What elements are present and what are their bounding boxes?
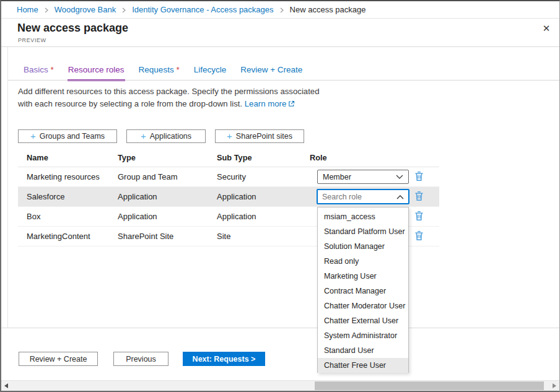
- required-asterisk: *: [176, 65, 179, 74]
- role-search-combobox[interactable]: [317, 189, 409, 204]
- add-groups-and-teams-button[interactable]: + Groups and Teams: [18, 129, 117, 143]
- breadcrumb-chevron-icon: [121, 7, 127, 14]
- role-option[interactable]: Chatter Moderator User: [318, 298, 408, 313]
- resource-name: MarketingContent: [18, 232, 118, 241]
- role-option[interactable]: Chatter External User: [318, 313, 408, 328]
- chevron-up-icon: [396, 192, 404, 201]
- resource-type: Group and Team: [118, 172, 217, 181]
- role-option[interactable]: Marketing User: [318, 269, 408, 284]
- breadcrumb: Home Woodgrove Bank Identity Governance …: [1, 1, 559, 19]
- role-option-highlighted[interactable]: Chatter Free User: [318, 358, 408, 373]
- trash-icon: [414, 171, 424, 183]
- plus-icon: +: [141, 131, 146, 141]
- resource-type: Application: [118, 192, 217, 201]
- table-header-row: Name Type Sub Type Role: [18, 149, 439, 167]
- resource-sub-type: Security: [217, 172, 310, 181]
- scrollbar-thumb[interactable]: [315, 381, 544, 390]
- delete-resource-button[interactable]: [413, 172, 424, 183]
- required-asterisk: *: [51, 65, 54, 74]
- footer-divider: [1, 328, 559, 328]
- resource-name: Box: [18, 212, 118, 221]
- trash-icon: [414, 191, 424, 203]
- tab-requests[interactable]: Requests *: [138, 63, 180, 79]
- role-select-member[interactable]: Member: [317, 170, 409, 184]
- role-option[interactable]: Solution Manager: [318, 239, 408, 254]
- column-header-name: Name: [18, 153, 118, 162]
- blade-left-edge: [7, 47, 8, 328]
- chevron-down-icon: [396, 173, 403, 181]
- column-header-role: Role: [310, 153, 439, 162]
- delete-resource-button[interactable]: [413, 231, 424, 242]
- resource-type: SharePoint Site: [118, 232, 217, 241]
- role-option[interactable]: Contract Manager: [318, 284, 408, 298]
- role-search-input[interactable]: [322, 193, 390, 201]
- page-title: New access package: [17, 22, 128, 35]
- table-row-salesforce: Salesforce Application Application: [18, 187, 439, 207]
- breadcrumb-chevron-icon: [43, 7, 50, 14]
- trash-icon: [414, 211, 424, 223]
- tab-bar-divider: [8, 80, 559, 81]
- breadcrumb-home[interactable]: Home: [17, 5, 38, 14]
- tab-bar: Basics * Resource roles Requests * Lifec…: [23, 63, 303, 79]
- tab-lifecycle[interactable]: Lifecycle: [193, 63, 227, 79]
- new-access-package-blade: Home Woodgrove Bank Identity Governance …: [0, 0, 560, 392]
- add-applications-button[interactable]: + Applications: [126, 129, 206, 143]
- breadcrumb-chevron-icon: [279, 7, 285, 14]
- resource-name: Marketing resources: [18, 172, 118, 181]
- learn-more-link[interactable]: Learn more: [245, 99, 286, 108]
- resource-sub-type: Site: [217, 232, 310, 241]
- resource-sub-type: Application: [217, 192, 310, 201]
- role-option[interactable]: msiam_access: [318, 209, 408, 224]
- role-option[interactable]: Read only: [318, 254, 408, 269]
- external-link-icon: [288, 98, 295, 111]
- delete-resource-button[interactable]: [413, 191, 424, 203]
- scroll-right-arrow-icon[interactable]: [553, 383, 556, 388]
- column-header-sub-type: Sub Type: [217, 153, 310, 162]
- column-header-type: Type: [118, 153, 217, 162]
- scroll-left-arrow-icon[interactable]: [4, 383, 8, 388]
- role-dropdown-list: msiam_access Standard Platform User Solu…: [317, 207, 409, 373]
- tab-review-create[interactable]: Review + Create: [240, 63, 303, 79]
- breadcrumb-identity-governance[interactable]: Identity Governance - Access packages: [132, 5, 273, 14]
- plus-icon: +: [227, 131, 232, 141]
- table-row-marketing-resources: Marketing resources Group and Team Secur…: [18, 167, 439, 187]
- delete-resource-button[interactable]: [413, 211, 424, 222]
- breadcrumb-woodgrove-bank[interactable]: Woodgrove Bank: [55, 5, 116, 14]
- tab-basics[interactable]: Basics *: [23, 63, 55, 79]
- role-option[interactable]: Standard User: [318, 343, 408, 358]
- resource-sub-type: Application: [217, 212, 310, 221]
- next-requests-button[interactable]: Next: Requests >: [183, 352, 265, 366]
- trash-icon: [414, 230, 424, 243]
- horizontal-scrollbar[interactable]: [1, 380, 559, 391]
- page-description: Add different resources to this access p…: [18, 85, 319, 110]
- resource-type: Application: [118, 212, 217, 221]
- preview-badge: PREVIEW: [18, 37, 46, 43]
- role-option[interactable]: Standard Platform User: [318, 224, 408, 239]
- previous-button[interactable]: Previous: [113, 352, 168, 366]
- title-divider: [1, 46, 559, 47]
- resource-name: Salesforce: [18, 192, 118, 201]
- close-icon[interactable]: ✕: [540, 22, 553, 35]
- role-option[interactable]: System Administrator: [318, 328, 408, 343]
- review-create-button[interactable]: Review + Create: [19, 352, 98, 366]
- breadcrumb-current-page: New access package: [290, 5, 366, 14]
- plus-icon: +: [30, 131, 36, 141]
- add-sharepoint-sites-button[interactable]: + SharePoint sites: [215, 129, 304, 143]
- tab-resource-roles[interactable]: Resource roles: [68, 63, 125, 81]
